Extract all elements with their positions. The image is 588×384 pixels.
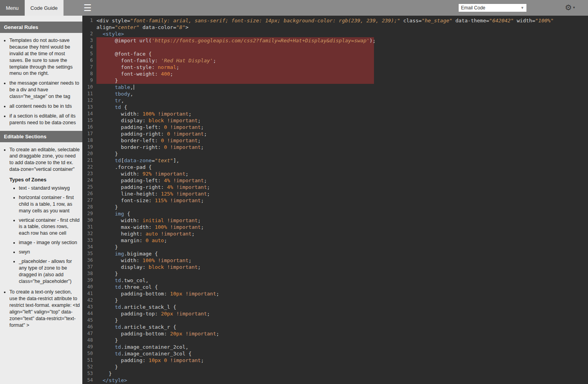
highlighted-code-block: [96, 77, 374, 84]
code-line[interactable]: 35 img.bigimage {: [82, 250, 588, 257]
code-line[interactable]: 22 .force-pad {: [82, 164, 588, 170]
rule-item: if a section is editable, all of its par…: [9, 113, 80, 126]
code-line[interactable]: 41 padding-bottom: 10px !important;: [82, 290, 588, 297]
code-line[interactable]: 24 padding-left: 4% !important;: [82, 177, 588, 184]
code-line[interactable]: 8 font-weight: 400;: [82, 71, 588, 77]
rule-item: Templates do not auto-save because they …: [9, 37, 80, 77]
line-number: 35: [82, 250, 96, 257]
code-line[interactable]: 28 }: [82, 204, 588, 210]
line-number: 42: [82, 297, 96, 304]
code-line[interactable]: 5 @font-face {: [82, 51, 588, 57]
code-line[interactable]: 30 width: initial !important;: [82, 217, 588, 224]
code-line[interactable]: 10 table,: [82, 84, 588, 91]
rule-item: the message container needs to be a div …: [9, 80, 80, 100]
line-number: 40: [82, 284, 96, 290]
line-number: 33: [82, 237, 96, 244]
code-line[interactable]: 12 tr,: [82, 97, 588, 104]
code-line[interactable]: 42 }: [82, 297, 588, 304]
code-line[interactable]: 16 padding-left: 0 !important;: [82, 124, 588, 130]
line-number: 32: [82, 230, 96, 237]
code-line[interactable]: 29 img {: [82, 210, 588, 217]
code-line[interactable]: 34 }: [82, 244, 588, 250]
code-line[interactable]: 7 font-style: normal;: [82, 64, 588, 71]
code-line[interactable]: 48 }: [82, 337, 588, 344]
code-line[interactable]: 25 padding-right: 4% !important;: [82, 184, 588, 190]
code-line[interactable]: 52 }: [82, 364, 588, 370]
tab-code-guide[interactable]: Code Guide: [25, 0, 64, 16]
code-line[interactable]: 37 display: block !important;: [82, 264, 588, 270]
line-number: 17: [82, 130, 96, 137]
code-line[interactable]: 54 </style>: [82, 377, 588, 384]
line-number: 49: [82, 344, 96, 350]
zone-item: text - standard wysiwyg: [19, 185, 80, 192]
code-line[interactable]: 44 padding-top: 20px !important;: [82, 310, 588, 317]
email-code-select[interactable]: Email Code ▼: [458, 4, 527, 12]
code-line[interactable]: 33 margin: 0 auto;: [82, 237, 588, 244]
code-line[interactable]: 20 }: [82, 150, 588, 157]
line-number: 50: [82, 350, 96, 357]
code-line[interactable]: 6 font-family: 'Red Hat Display';: [82, 57, 588, 64]
code-line[interactable]: 4: [82, 44, 588, 51]
code-line[interactable]: 1<div style="font-family: arial, sans-se…: [82, 17, 588, 24]
line-number: 15: [82, 117, 96, 124]
highlighted-code-block: [96, 44, 374, 51]
code-line[interactable]: 40 td.three_col {: [82, 284, 588, 290]
rule-item: all content needs to be in tds: [9, 103, 80, 110]
code-line[interactable]: 32 height: auto !important;: [82, 230, 588, 237]
code-line[interactable]: 45 }: [82, 317, 588, 324]
code-line[interactable]: 17 padding-right: 0 !important;: [82, 130, 588, 137]
code-line[interactable]: 27 font-size: 115% !important;: [82, 197, 588, 204]
line-number: 23: [82, 170, 96, 177]
line-number: 36: [82, 257, 96, 264]
editable-sections-list-bottom: To create a text-only section, use the d…: [0, 289, 80, 328]
line-number: 46: [82, 324, 96, 330]
types-of-zones-heading: Types of Zones: [9, 177, 82, 183]
general-rules-list: Templates do not auto-save because they …: [0, 37, 80, 126]
line-number: 37: [82, 264, 96, 270]
code-line[interactable]: 49 td.image_container_2col,: [82, 344, 588, 350]
code-line[interactable]: 2 <style>: [82, 31, 588, 37]
hamburger-menu-icon[interactable]: ☰: [83, 2, 92, 14]
code-line[interactable]: 51 padding: 10px 0 !important;: [82, 357, 588, 364]
code-line[interactable]: 18 border-left: 0 !important;: [82, 137, 588, 144]
code-line[interactable]: align="center" data-color="8">: [82, 24, 588, 31]
line-number: 30: [82, 217, 96, 224]
code-line[interactable]: 31 max-width: 100% !important;: [82, 224, 588, 230]
code-line[interactable]: 46 td.article_stack_r {: [82, 324, 588, 330]
line-number: 24: [82, 177, 96, 184]
code-line[interactable]: 26 line-height: 125% !important;: [82, 190, 588, 197]
chevron-down-icon: ▾: [573, 5, 575, 9]
tab-code-guide-label: Code Guide: [31, 5, 58, 11]
line-number: 13: [82, 104, 96, 110]
code-line[interactable]: 14 width: 100% !important;: [82, 110, 588, 117]
code-line[interactable]: 38 }: [82, 270, 588, 277]
line-number: 53: [82, 370, 96, 377]
line-number: 12: [82, 97, 96, 104]
code-line[interactable]: 15 display: block !important;: [82, 117, 588, 124]
code-editor[interactable]: 1<div style="font-family: arial, sans-se…: [82, 16, 588, 384]
code-line[interactable]: 23 width: 92% !important;: [82, 170, 588, 177]
topbar: Menu Code Guide ☰ Email Code ▼ ⚙ ▾: [0, 0, 588, 16]
line-number: 18: [82, 137, 96, 144]
code-line[interactable]: 36 width: 100% !important;: [82, 257, 588, 264]
code-area[interactable]: 1<div style="font-family: arial, sans-se…: [82, 17, 588, 384]
code-line[interactable]: 50 td.image_container_3col {: [82, 350, 588, 357]
code-line[interactable]: 21 td[data-zone="text"],: [82, 157, 588, 164]
code-line[interactable]: 43 td.article_stack_l {: [82, 304, 588, 310]
line-number: 27: [82, 197, 96, 204]
line-number: 14: [82, 110, 96, 117]
sidebar: General Rules Templates do not auto-save…: [0, 16, 82, 384]
line-number: 6: [82, 57, 96, 64]
code-line[interactable]: 3 @import url('https://fonts.googleapis.…: [82, 37, 588, 44]
code-line[interactable]: 47 padding-bottom: 20px !important;: [82, 330, 588, 337]
code-line[interactable]: 53 }: [82, 370, 588, 377]
code-line[interactable]: 39 td.two_col,: [82, 277, 588, 284]
code-line[interactable]: 19 border-right: 0 !important;: [82, 144, 588, 150]
line-number: 47: [82, 330, 96, 337]
code-line[interactable]: 13 td {: [82, 104, 588, 110]
settings-gear-button[interactable]: ⚙ ▾: [565, 3, 575, 12]
code-line[interactable]: 11 tbody,: [82, 91, 588, 97]
tab-menu[interactable]: Menu: [0, 0, 25, 16]
code-line[interactable]: 9 }: [82, 77, 588, 84]
rule-item: To create an editable, selectable and dr…: [9, 147, 80, 173]
